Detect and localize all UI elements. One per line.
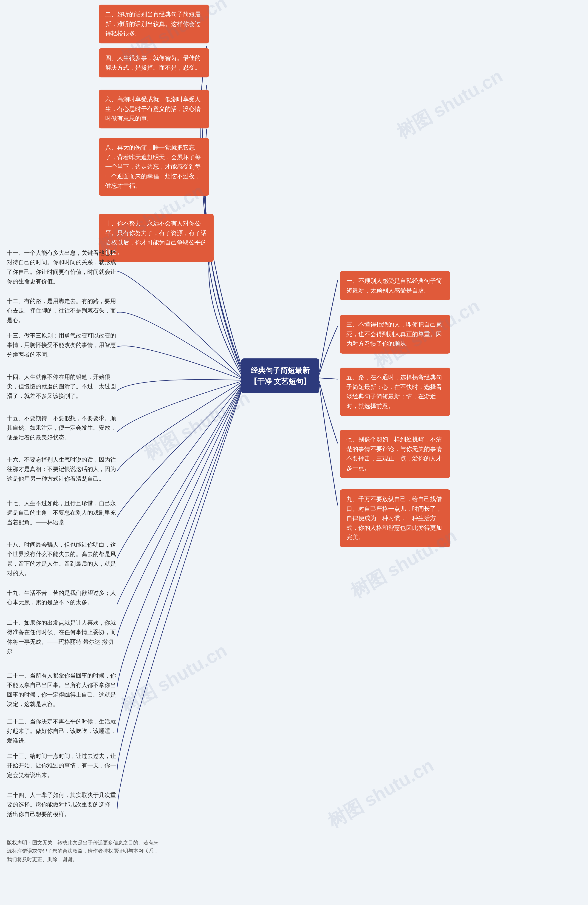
node-r7: 七、别像个怨妇一样到处挑衅，不清楚的事情不要评论，与你无关的事情不要抨击，三观正… [340, 430, 450, 478]
center-node-label: 经典句子简短最新【干净 文艺短句】 [250, 366, 311, 386]
node-l19: 十九、生活不苦，苦的是我们欲望过多；人心本无累，累的是放不下的太多。 [7, 588, 117, 607]
node-t6-text: 六、高潮时享受成就，低潮时享受人生，有心思时干有意义的活，没心情时做有意思的事。 [105, 96, 201, 122]
node-l17: 十七、人生不过如此，且行且珍惜，自己永远是自己的主角，不要总在别人的戏剧里充当着… [7, 499, 117, 527]
node-r3-text: 三、不懂得拒绝的人，即使把自己累死，也不会得到别人真正的尊重。因为对方习惯了你的… [346, 321, 442, 347]
node-l21: 二十一、当所有人都拿你当回事的时候，你不能太拿自己当回事。当所有人都不拿你当回事… [7, 671, 117, 709]
node-l13: 十三、做事三原则：用勇气改变可以改变的事情，用胸怀接受不能改变的事情，用智慧分辨… [7, 331, 117, 359]
node-l15: 十五、不要期待，不要假想，不要要求。顺其自然。如果注定，便一定会发生。安放，便是… [7, 414, 117, 442]
node-r1-text: 一、不顾别人感受是自私经典句子简短最新，太顾别人感受是自虐。 [346, 277, 442, 294]
node-r9: 九、千万不要放纵自己，给自己找借口。对自己严格一点儿，时间长了，自律便成为一种习… [340, 489, 450, 547]
node-t6: 六、高潮时享受成就，低潮时享受人生，有心思时干有意义的活，没心情时做有意思的事。 [99, 90, 209, 129]
node-r5-text: 五、路，在不通时，选择拐弯经典句子简短最新；心，在不快时，选择看淡经典句子简短最… [346, 374, 442, 410]
node-t2: 二、好听的话别当真经典句子简短最新，难听的话别当较真。这样你会过得轻松很多。 [99, 5, 209, 43]
node-t2-text: 二、好听的话别当真经典句子简短最新，难听的话别当较真。这样你会过得轻松很多。 [105, 11, 201, 37]
node-l12: 十二、有的路，是用脚走去。有的路，要用心去走。拌住脚的，往往不是荆棘石头，而是心… [7, 296, 117, 325]
center-node: 经典句子简短最新【干净 文艺短句】 [241, 359, 319, 393]
node-t4: 四、人生很多事，就像智齿。最佳的解决方式，是拔掉。而不是，忍受。 [99, 48, 209, 78]
node-copyright: 版权声明：图文无关，转载此文是出于传递更多信息之目的。若有来源标注错误或侵犯了您… [7, 838, 163, 864]
node-t8: 八、再大的伤痛，睡一觉就把它忘了，背着昨天追赶明天，会累坏了每一个当下，边走边忘… [99, 138, 209, 196]
node-t10-text: 十、你不努力，永远不会有人对你公平。只有你努力了，有了资源，有了话语权以后，你才… [105, 220, 207, 256]
node-l18: 十八、时间最会骗人，但也能让你明白，这个世界没有什么不能失去的。离去的都是风景，… [7, 540, 117, 578]
node-t4-text: 四、人生很多事，就像智齿。最佳的解决方式，是拔掉。而不是，忍受。 [105, 54, 201, 71]
node-r1: 一、不顾别人感受是自私经典句子简短最新，太顾别人感受是自虐。 [340, 271, 450, 300]
node-l14: 十四、人生就像不停在用的铅笔，开始很尖，但慢慢的就磨的圆滑了。不过，太过圆滑了，… [7, 372, 117, 401]
node-l24: 二十四、人一辈子如何，其实取决于几次重要的选择。愿你能做对那几次重要的选择。活出… [7, 790, 117, 819]
node-l16: 十六、不要忘掉别人生气时说的话，因为往往那才是真相；不要记恨说这话的人，因为这是… [7, 455, 117, 483]
node-l20: 二十、如果你的出发点就是让人喜欢，你就得准备在任何时候、在任何事情上妥协，而你将… [7, 618, 117, 656]
node-r5: 五、路，在不通时，选择拐弯经典句子简短最新；心，在不快时，选择看淡经典句子简短最… [340, 368, 450, 416]
node-r7-text: 七、别像个怨妇一样到处挑衅，不清楚的事情不要评论，与你无关的事情不要抨击，三观正… [346, 436, 442, 472]
node-l22: 二十二、当你决定不再在乎的时候，生活就好起来了。做好你自己，该吃吃，该睡睡，爱谁… [7, 717, 117, 745]
node-r9-text: 九、千万不要放纵自己，给自己找借口。对自己严格一点儿，时间长了，自律便成为一种习… [346, 495, 442, 541]
node-r3: 三、不懂得拒绝的人，即使把自己累死，也不会得到别人真正的尊重。因为对方习惯了你的… [340, 315, 450, 354]
node-l23: 二十三、给时间一点时间，让过去过去，让开始开始、让你难过的事情，有一天，你一定会… [7, 751, 117, 780]
node-t8-text: 八、再大的伤痛，睡一觉就把它忘了，背着昨天追赶明天，会累坏了每一个当下，边走边忘… [105, 144, 201, 189]
node-l11: 十一、一个人能有多大出息，关键看他怎样对待自己的时间。你和时间的关系，就形成了你… [7, 248, 117, 286]
